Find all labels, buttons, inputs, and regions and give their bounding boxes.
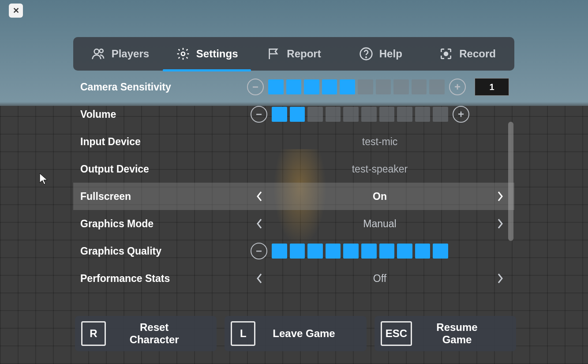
- button-label: Leave Game: [265, 327, 360, 340]
- setting-label: Graphics Quality: [79, 245, 251, 257]
- setting-label: Camera Sensitivity: [79, 81, 247, 93]
- next-option-button[interactable]: [491, 270, 509, 287]
- tab-help[interactable]: Help: [337, 37, 424, 71]
- increase-button[interactable]: +: [449, 79, 466, 95]
- settings-panel: Camera Sensitivity − + Volume − + Input …: [73, 73, 514, 303]
- row-fullscreen: Fullscreen On: [73, 183, 514, 210]
- setting-label: Input Device: [79, 136, 251, 148]
- button-label: Reset Character: [116, 321, 210, 346]
- flag-icon: [266, 47, 281, 61]
- prev-option-button[interactable]: [251, 188, 268, 205]
- decrease-button[interactable]: −: [247, 79, 264, 95]
- volume-bar[interactable]: [272, 107, 448, 122]
- record-icon: [439, 47, 453, 61]
- input-device-value[interactable]: test-mic: [251, 136, 509, 148]
- key-hint: ESC: [381, 321, 412, 346]
- tab-label: Settings: [196, 48, 238, 60]
- svg-point-1: [99, 49, 103, 53]
- key-hint: L: [231, 321, 255, 346]
- output-device-value[interactable]: test-speaker: [251, 163, 509, 175]
- tab-label: Help: [379, 48, 402, 60]
- svg-point-0: [94, 49, 99, 54]
- row-output-device: Output Device test-speaker: [73, 155, 514, 183]
- increase-button[interactable]: +: [453, 106, 469, 123]
- tab-label: Report: [287, 48, 321, 60]
- gear-icon: [176, 47, 190, 61]
- row-input-device: Input Device test-mic: [73, 128, 514, 155]
- leave-game-button[interactable]: L Leave Game: [225, 316, 366, 351]
- help-icon: [359, 47, 373, 61]
- next-option-button[interactable]: [491, 215, 509, 233]
- escape-menu: Players Settings Report Help Record Came…: [73, 37, 514, 303]
- prev-option-button[interactable]: [251, 215, 268, 233]
- svg-point-2: [181, 52, 185, 56]
- setting-label: Fullscreen: [79, 191, 251, 203]
- setting-label: Graphics Mode: [79, 218, 251, 230]
- setting-label: Output Device: [79, 163, 251, 175]
- players-icon: [91, 47, 105, 61]
- camera-sensitivity-input[interactable]: [475, 78, 509, 96]
- decrease-button[interactable]: −: [251, 106, 267, 123]
- fullscreen-value: On: [268, 191, 491, 203]
- tab-label: Record: [459, 48, 496, 60]
- tab-players[interactable]: Players: [77, 37, 164, 71]
- button-label: Resume Game: [422, 321, 510, 346]
- tab-settings[interactable]: Settings: [164, 37, 251, 71]
- row-performance-stats: Performance Stats Off: [73, 265, 514, 292]
- next-option-button[interactable]: [491, 188, 509, 205]
- svg-point-5: [444, 52, 448, 56]
- row-graphics-quality: Graphics Quality −: [73, 237, 514, 265]
- tab-label: Players: [112, 48, 149, 60]
- key-hint: R: [81, 321, 106, 346]
- tab-report[interactable]: Report: [251, 37, 337, 71]
- tab-record[interactable]: Record: [424, 37, 511, 71]
- reset-character-button[interactable]: R Reset Character: [75, 316, 217, 351]
- svg-point-4: [366, 57, 367, 58]
- setting-label: Volume: [79, 109, 251, 120]
- row-camera-sensitivity: Camera Sensitivity − +: [73, 73, 514, 101]
- setting-label: Performance Stats: [79, 273, 251, 285]
- camera-sensitivity-bar[interactable]: [268, 79, 445, 94]
- prev-option-button[interactable]: [251, 270, 268, 287]
- close-icon: ✕: [13, 6, 19, 15]
- graphics-quality-bar[interactable]: [272, 244, 448, 259]
- resume-game-button[interactable]: ESC Resume Game: [375, 316, 516, 351]
- close-button[interactable]: ✕: [9, 4, 23, 18]
- performance-stats-value: Off: [268, 273, 491, 285]
- tab-bar: Players Settings Report Help Record: [73, 37, 514, 71]
- row-graphics-mode: Graphics Mode Manual: [73, 210, 514, 237]
- row-volume: Volume − +: [73, 101, 514, 128]
- settings-scrollbar[interactable]: [508, 122, 513, 241]
- graphics-mode-value: Manual: [268, 218, 491, 230]
- decrease-button[interactable]: −: [251, 243, 267, 259]
- footer-buttons: R Reset Character L Leave Game ESC Resum…: [75, 316, 516, 351]
